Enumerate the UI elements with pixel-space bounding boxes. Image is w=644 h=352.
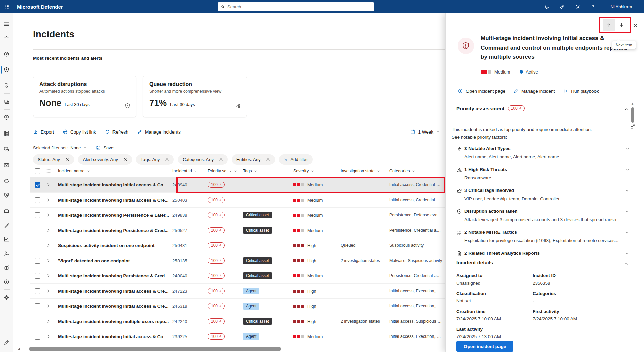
sidebar-item-secure-collaboration[interactable] (0, 142, 13, 156)
manage-incident-link[interactable]: Manage incident (513, 88, 555, 94)
copy-list-link-button[interactable]: Copy list link (63, 129, 96, 135)
column-header-priority-score[interactable]: Priority sc (208, 169, 243, 173)
notifications-button[interactable] (539, 0, 554, 13)
close-panel-button[interactable] (630, 20, 640, 30)
expand-row-icon[interactable] (46, 303, 51, 309)
scroll-up-arrow[interactable]: ▲ (631, 102, 634, 105)
incident-row[interactable]: Multi-stage incident involving multiple … (30, 314, 445, 329)
incident-row[interactable]: Multi-stage incident involving Initial a… (30, 299, 445, 314)
scroll-left-arrow[interactable]: ◀ (18, 347, 20, 351)
run-playbook-link[interactable]: Run playbook (563, 88, 599, 94)
incident-name[interactable]: Multi-stage incident involving Initial a… (58, 329, 172, 344)
incident-name[interactable]: Multi-stage incident involving multiple … (58, 314, 172, 329)
row-checkbox[interactable] (35, 303, 40, 309)
row-checkbox[interactable] (35, 273, 40, 279)
filter-chip[interactable]: Categories: Any (178, 154, 228, 165)
incident-name[interactable]: Suspicious activity incident on one endp… (58, 238, 172, 253)
column-header-investigation-state[interactable]: Investigation state (341, 169, 389, 173)
incident-row[interactable]: Multi-stage incident involving Initial a… (30, 193, 445, 208)
filter-chip[interactable]: Status: Any (33, 154, 74, 165)
refresh-button[interactable]: Refresh (105, 129, 128, 135)
remove-filter-icon[interactable] (265, 157, 271, 162)
expand-factor-chevron-icon[interactable] (625, 251, 630, 256)
column-header-severity[interactable]: Severity (293, 169, 341, 173)
incident-name[interactable]: Multi-stage incident involving Persisten… (58, 208, 172, 223)
sidebar-item-assets[interactable] (0, 204, 13, 218)
row-checkbox[interactable] (35, 258, 40, 264)
sidebar-item-info[interactable] (0, 274, 13, 289)
sidebar-item-email[interactable] (0, 158, 13, 172)
incident-row[interactable]: Suspicious activity incident on one endp… (30, 238, 445, 253)
column-header-tags[interactable]: Tags (243, 169, 293, 173)
incident-name[interactable]: Multi-stage incident involving Initial a… (58, 299, 172, 314)
row-checkbox[interactable] (35, 182, 40, 188)
expand-factor-chevron-icon[interactable] (625, 230, 630, 235)
expand-row-icon[interactable] (46, 212, 51, 218)
incident-name[interactable]: Multi-stage incident involving Persisten… (58, 268, 172, 284)
filter-set-dropdown[interactable]: None (70, 145, 87, 150)
incident-name[interactable]: Multi-stage incident involving Persisten… (58, 223, 172, 238)
expand-factor-chevron-icon[interactable] (625, 168, 630, 172)
sidebar-item-settings[interactable] (0, 290, 13, 304)
incident-row[interactable]: Multi-stage incident involving Persisten… (30, 223, 445, 238)
sidebar-item-menu[interactable] (0, 17, 13, 31)
select-all-checkbox[interactable] (35, 168, 40, 174)
column-header-incident-id[interactable]: Incident Id (172, 169, 208, 173)
attack-disruptions-card[interactable]: Attack disruptions Automated actions sto… (33, 76, 136, 117)
previous-item-button[interactable] (603, 19, 615, 31)
expand-factor-chevron-icon[interactable] (625, 209, 630, 214)
row-checkbox[interactable] (35, 243, 40, 248)
add-filter-button[interactable]: Add filter (279, 154, 313, 165)
app-launcher-button[interactable] (0, 0, 15, 13)
open-incident-page-link[interactable]: Open incident page (458, 88, 505, 94)
sidebar-item-threat-protection[interactable] (0, 110, 13, 124)
export-button[interactable]: Export (33, 129, 54, 135)
expand-row-icon[interactable] (46, 228, 51, 233)
collapse-priority-chevron-icon[interactable] (624, 107, 629, 112)
incident-row[interactable]: Multi-stage incident involving Initial a… (30, 329, 445, 344)
horizontal-scrollbar-thumb[interactable] (29, 347, 281, 351)
time-range-dropdown[interactable]: 1 Week (410, 127, 440, 137)
expand-factor-chevron-icon[interactable] (625, 188, 630, 193)
expand-row-icon[interactable] (46, 182, 51, 187)
remove-filter-icon[interactable] (218, 157, 224, 162)
expand-row-icon[interactable] (46, 197, 51, 203)
expand-row-icon[interactable] (46, 319, 51, 324)
sidebar-item-cloud-apps[interactable] (0, 174, 13, 188)
next-item-button[interactable] (615, 19, 627, 31)
incident-name[interactable]: 'Vigorf' detected on one endpoint (58, 253, 172, 268)
remove-filter-icon[interactable] (65, 157, 70, 162)
incident-row[interactable]: Multi-stage incident involving Persisten… (30, 208, 445, 223)
sidebar-item-incidents[interactable] (0, 63, 13, 77)
sidebar-item-hunting[interactable] (0, 218, 13, 232)
help-button[interactable] (585, 0, 601, 13)
row-checkbox[interactable] (35, 228, 40, 233)
expand-row-icon[interactable] (46, 334, 51, 339)
row-checkbox[interactable] (35, 288, 40, 294)
open-incident-page-button[interactable]: Open incident page (456, 341, 513, 352)
settings-button[interactable] (570, 0, 585, 13)
row-checkbox[interactable] (35, 212, 40, 218)
sidebar-item-investigation-response[interactable] (0, 79, 13, 93)
incident-row[interactable]: Multi-stage incident involving Initial a… (30, 284, 445, 299)
sidebar-item-app-governance[interactable] (0, 188, 13, 202)
incident-row[interactable]: Multi-stage incident involving Persisten… (30, 268, 445, 284)
incident-row[interactable]: 'Vigorf' detected on one endpoint2501351… (30, 253, 445, 268)
more-actions-button[interactable] (607, 88, 615, 94)
search-input[interactable]: Search (218, 2, 374, 11)
manage-incidents-button[interactable]: Manage incidents (137, 129, 181, 135)
expand-row-icon[interactable] (46, 288, 51, 294)
collapse-details-chevron-icon[interactable] (624, 261, 629, 266)
sidebar-item-reports[interactable] (0, 232, 13, 246)
filter-chip[interactable]: Alert severity: Any (78, 154, 132, 165)
save-filter-button[interactable]: Save (96, 145, 114, 150)
expand-row-icon[interactable] (46, 258, 51, 263)
row-checkbox[interactable] (35, 334, 40, 340)
sidebar-item-identities[interactable] (0, 126, 13, 140)
filter-chip[interactable]: Entities: Any (232, 154, 275, 165)
sidebar-item-home[interactable] (0, 31, 13, 45)
incident-name[interactable]: Multi-stage incident involving Initial a… (58, 193, 172, 208)
view-options-button[interactable] (46, 168, 58, 174)
remove-filter-icon[interactable] (123, 157, 128, 162)
column-header-incident-name[interactable]: Incident name (58, 169, 172, 173)
